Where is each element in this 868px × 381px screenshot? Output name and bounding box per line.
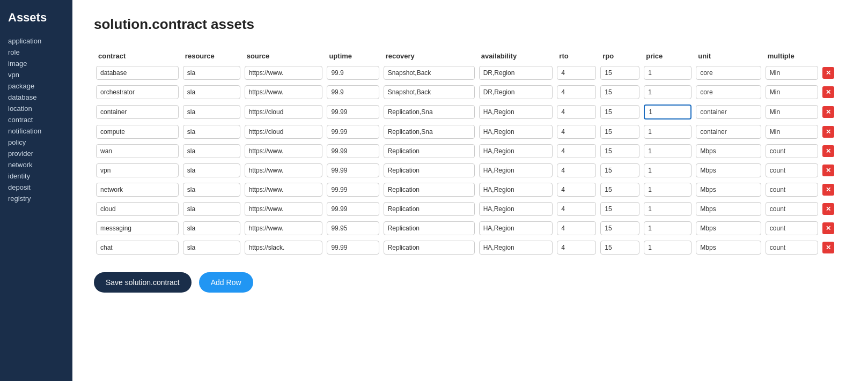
cell-input-unit-row7[interactable] <box>696 202 761 216</box>
sidebar-item-deposit[interactable]: deposit <box>8 182 64 193</box>
cell-input-contract-row3[interactable] <box>96 125 179 139</box>
cell-input-rto-row1[interactable] <box>557 85 596 99</box>
cell-input-price-row4[interactable] <box>644 144 692 158</box>
cell-input-unit-row2[interactable] <box>696 105 761 119</box>
cell-input-contract-row9[interactable] <box>96 241 179 255</box>
cell-input-rpo-row4[interactable] <box>600 144 639 158</box>
delete-row-9-button[interactable]: ✕ <box>822 242 834 253</box>
delete-row-2-button[interactable]: ✕ <box>822 106 834 118</box>
cell-input-contract-row4[interactable] <box>96 144 179 158</box>
delete-row-3-button[interactable]: ✕ <box>822 126 834 138</box>
add-row-button[interactable]: Add Row <box>199 272 253 293</box>
cell-input-price-row1[interactable] <box>644 85 692 99</box>
cell-input-source-row6[interactable] <box>245 183 323 197</box>
cell-input-recovery-row7[interactable] <box>384 202 475 216</box>
cell-input-availability-row4[interactable] <box>479 144 553 158</box>
cell-input-uptime-row6[interactable] <box>327 183 379 197</box>
cell-input-availability-row5[interactable] <box>479 163 553 177</box>
delete-row-1-button[interactable]: ✕ <box>822 86 834 98</box>
cell-input-rto-row6[interactable] <box>557 183 596 197</box>
cell-input-rpo-row1[interactable] <box>600 85 639 99</box>
cell-input-rpo-row3[interactable] <box>600 125 639 139</box>
cell-input-rto-row4[interactable] <box>557 144 596 158</box>
cell-input-recovery-row9[interactable] <box>384 241 475 255</box>
cell-input-price-row5[interactable] <box>644 163 692 177</box>
cell-input-unit-row6[interactable] <box>696 183 761 197</box>
cell-input-uptime-row4[interactable] <box>327 144 379 158</box>
cell-input-uptime-row8[interactable] <box>327 221 379 235</box>
cell-input-resource-row9[interactable] <box>183 241 240 255</box>
delete-row-0-button[interactable]: ✕ <box>822 67 834 79</box>
cell-input-multiple-row1[interactable] <box>766 85 819 99</box>
cell-input-multiple-row3[interactable] <box>766 125 819 139</box>
sidebar-item-application[interactable]: application <box>8 35 64 47</box>
sidebar-item-network[interactable]: network <box>8 159 64 170</box>
cell-input-price-row2[interactable] <box>644 104 692 119</box>
cell-input-availability-row8[interactable] <box>479 221 553 235</box>
delete-row-6-button[interactable]: ✕ <box>822 184 834 196</box>
cell-input-availability-row7[interactable] <box>479 202 553 216</box>
cell-input-contract-row6[interactable] <box>96 183 179 197</box>
cell-input-rpo-row6[interactable] <box>600 183 639 197</box>
cell-input-rto-row9[interactable] <box>557 241 596 255</box>
sidebar-item-vpn[interactable]: vpn <box>8 69 64 80</box>
cell-input-rto-row7[interactable] <box>557 202 596 216</box>
cell-input-multiple-row4[interactable] <box>766 144 819 158</box>
cell-input-recovery-row1[interactable] <box>384 85 475 99</box>
cell-input-uptime-row3[interactable] <box>327 125 379 139</box>
cell-input-multiple-row8[interactable] <box>766 221 819 235</box>
cell-input-availability-row9[interactable] <box>479 241 553 255</box>
cell-input-source-row1[interactable] <box>245 85 323 99</box>
cell-input-price-row7[interactable] <box>644 202 692 216</box>
cell-input-rto-row8[interactable] <box>557 221 596 235</box>
cell-input-source-row4[interactable] <box>245 144 323 158</box>
cell-input-contract-row5[interactable] <box>96 163 179 177</box>
cell-input-rpo-row8[interactable] <box>600 221 639 235</box>
cell-input-rto-row2[interactable] <box>557 105 596 119</box>
cell-input-recovery-row0[interactable] <box>384 66 475 80</box>
cell-input-availability-row2[interactable] <box>479 105 553 119</box>
cell-input-uptime-row7[interactable] <box>327 202 379 216</box>
cell-input-multiple-row5[interactable] <box>766 163 819 177</box>
cell-input-unit-row0[interactable] <box>696 66 761 80</box>
cell-input-uptime-row0[interactable] <box>327 66 379 80</box>
cell-input-resource-row4[interactable] <box>183 144 240 158</box>
sidebar-item-image[interactable]: image <box>8 58 64 69</box>
cell-input-rto-row3[interactable] <box>557 125 596 139</box>
delete-row-8-button[interactable]: ✕ <box>822 222 834 234</box>
cell-input-unit-row1[interactable] <box>696 85 761 99</box>
cell-input-recovery-row3[interactable] <box>384 125 475 139</box>
cell-input-unit-row8[interactable] <box>696 221 761 235</box>
cell-input-uptime-row2[interactable] <box>327 105 379 119</box>
sidebar-item-notification[interactable]: notification <box>8 125 64 137</box>
sidebar-item-provider[interactable]: provider <box>8 148 64 159</box>
cell-input-multiple-row6[interactable] <box>766 183 819 197</box>
cell-input-multiple-row7[interactable] <box>766 202 819 216</box>
cell-input-rpo-row2[interactable] <box>600 105 639 119</box>
cell-input-recovery-row6[interactable] <box>384 183 475 197</box>
cell-input-availability-row3[interactable] <box>479 125 553 139</box>
sidebar-item-identity[interactable]: identity <box>8 170 64 182</box>
cell-input-multiple-row2[interactable] <box>766 105 819 119</box>
cell-input-unit-row4[interactable] <box>696 144 761 158</box>
cell-input-price-row0[interactable] <box>644 66 692 80</box>
cell-input-rto-row5[interactable] <box>557 163 596 177</box>
cell-input-multiple-row0[interactable] <box>766 66 819 80</box>
sidebar-item-package[interactable]: package <box>8 80 64 92</box>
cell-input-rto-row0[interactable] <box>557 66 596 80</box>
cell-input-resource-row8[interactable] <box>183 221 240 235</box>
cell-input-source-row0[interactable] <box>245 66 323 80</box>
cell-input-uptime-row9[interactable] <box>327 241 379 255</box>
cell-input-rpo-row0[interactable] <box>600 66 639 80</box>
cell-input-recovery-row8[interactable] <box>384 221 475 235</box>
cell-input-source-row5[interactable] <box>245 163 323 177</box>
cell-input-resource-row2[interactable] <box>183 105 240 119</box>
cell-input-source-row7[interactable] <box>245 202 323 216</box>
cell-input-price-row8[interactable] <box>644 221 692 235</box>
cell-input-rpo-row5[interactable] <box>600 163 639 177</box>
cell-input-unit-row5[interactable] <box>696 163 761 177</box>
cell-input-rpo-row7[interactable] <box>600 202 639 216</box>
cell-input-contract-row8[interactable] <box>96 221 179 235</box>
cell-input-rpo-row9[interactable] <box>600 241 639 255</box>
cell-input-recovery-row5[interactable] <box>384 163 475 177</box>
